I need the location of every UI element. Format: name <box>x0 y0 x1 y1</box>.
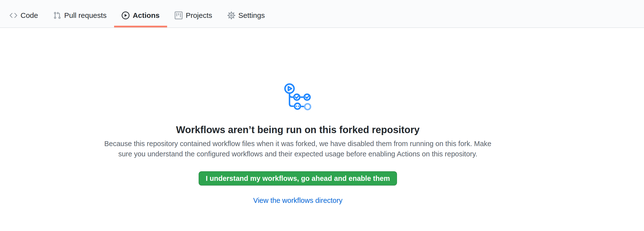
tab-settings[interactable]: Settings <box>220 4 272 28</box>
actions-blankslate: Workflows aren’t being run on this forke… <box>0 28 596 204</box>
description-line: Because this repository contained workfl… <box>104 138 492 149</box>
tab-pull-requests[interactable]: Pull requests <box>46 4 114 28</box>
tab-label: Pull requests <box>64 12 106 19</box>
gear-icon <box>228 12 235 19</box>
tab-label: Settings <box>238 12 265 19</box>
workflows-directory-link[interactable]: View the workflows directory <box>253 197 342 204</box>
play-icon <box>122 12 130 19</box>
tab-projects[interactable]: Projects <box>167 4 220 28</box>
pull-request-icon <box>53 12 61 19</box>
tab-code[interactable]: Code <box>2 4 46 28</box>
project-icon <box>175 12 182 19</box>
enable-workflows-button[interactable]: I understand my workflows, go ahead and … <box>198 171 397 185</box>
description-line: sure you understand the configured workf… <box>104 149 492 159</box>
workflow-graph-icon <box>284 83 312 111</box>
blankslate-description: Because this repository contained workfl… <box>104 138 492 159</box>
tab-label: Code <box>20 12 38 19</box>
page-title: Workflows aren’t being run on this forke… <box>176 124 420 136</box>
tab-label: Projects <box>186 12 212 19</box>
repo-nav: Code Pull requests Actions Projects <box>0 0 644 28</box>
tab-actions[interactable]: Actions <box>114 4 167 28</box>
tab-label: Actions <box>133 12 160 19</box>
code-icon <box>10 12 17 19</box>
